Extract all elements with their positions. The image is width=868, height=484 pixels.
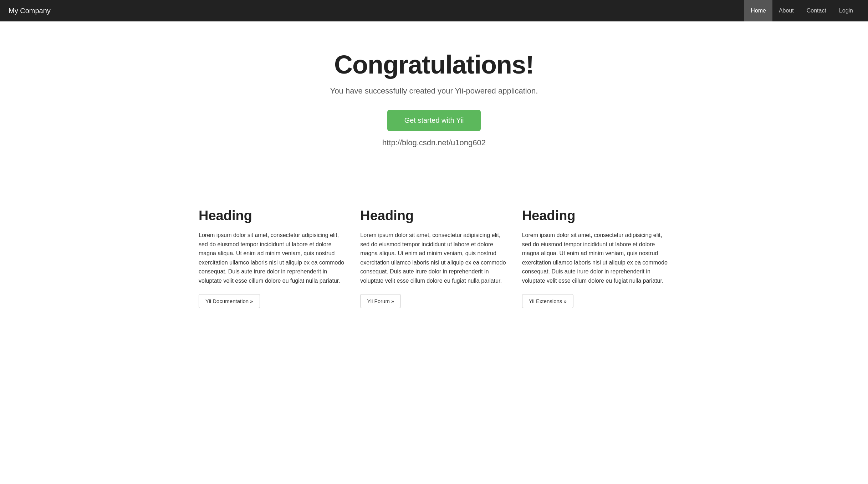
navbar: My Company Home About Contact Login [0,0,868,21]
column-3-body: Lorem ipsum dolor sit amet, consectetur … [522,231,669,286]
hero-section: Congratulations! You have successfully c… [0,21,868,187]
column-2: Heading Lorem ipsum dolor sit amet, cons… [360,208,507,308]
column-2-heading: Heading [360,208,507,223]
nav-item-contact: Contact [800,0,833,21]
watermark-text: http://blog.csdn.net/u1ong602 [7,138,861,147]
hero-title: Congratulations! [7,50,861,79]
hero-subtitle: You have successfully created your Yii-p… [7,86,861,96]
nav-link-home[interactable]: Home [744,0,772,21]
columns-section: Heading Lorem ipsum dolor sit amet, cons… [184,187,684,337]
column-1-button[interactable]: Yii Documentation » [199,294,260,308]
column-2-body: Lorem ipsum dolor sit amet, consectetur … [360,231,507,286]
nav-link-contact[interactable]: Contact [800,0,833,21]
column-3-heading: Heading [522,208,669,223]
nav-item-login: Login [833,0,859,21]
column-2-button[interactable]: Yii Forum » [360,294,401,308]
nav-links: Home About Contact Login [744,0,859,21]
column-1-heading: Heading [199,208,346,223]
nav-link-about[interactable]: About [772,0,800,21]
column-3: Heading Lorem ipsum dolor sit amet, cons… [522,208,669,308]
nav-brand[interactable]: My Company [9,7,51,15]
column-1: Heading Lorem ipsum dolor sit amet, cons… [199,208,346,308]
get-started-button[interactable]: Get started with Yii [387,110,481,131]
nav-link-login[interactable]: Login [833,0,859,21]
column-1-body: Lorem ipsum dolor sit amet, consectetur … [199,231,346,286]
nav-item-home: Home [744,0,772,21]
column-3-button[interactable]: Yii Extensions » [522,294,573,308]
nav-item-about: About [772,0,800,21]
